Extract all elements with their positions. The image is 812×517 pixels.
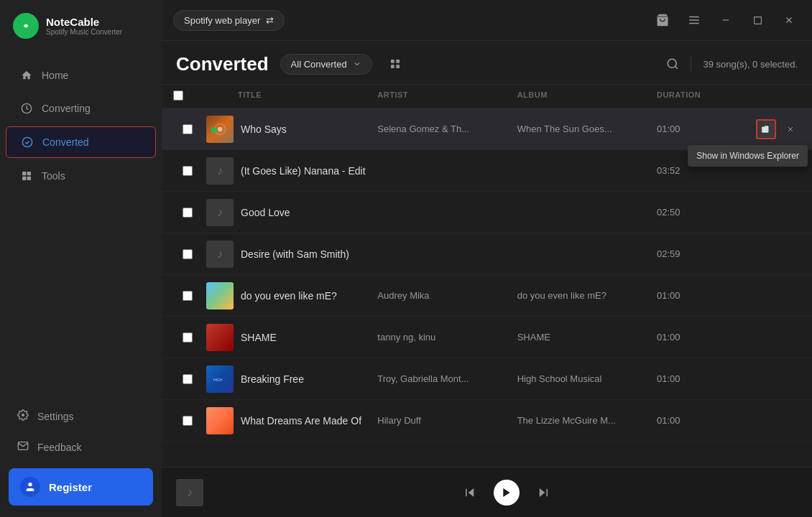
album-art-4: ♪ [206, 241, 234, 268]
settings-label: Settings [37, 411, 74, 422]
play-overlay-icon[interactable]: ▶ [211, 124, 219, 135]
row-duration-4: 02:59 [657, 248, 743, 259]
grid-view-button[interactable] [384, 52, 407, 75]
row-checkbox-6[interactable] [173, 332, 202, 343]
player-controls [215, 480, 798, 506]
tools-label: Tools [42, 170, 65, 182]
row-album-6: SHAME [517, 332, 657, 343]
next-track-button[interactable] [537, 486, 550, 499]
row-thumbnail-4: ♪ [202, 241, 238, 268]
filter-dropdown[interactable]: All Converted [280, 54, 372, 75]
header-divider [691, 57, 691, 71]
album-art-6 [206, 324, 234, 351]
row-title-4: Desire (with Sam Smith) [238, 248, 377, 260]
header-actions-col [743, 90, 801, 102]
row-artist-7: Troy, Gabriella Mont... [377, 373, 517, 384]
row-album-8: The Lizzie McGuire M... [517, 415, 657, 426]
feedback-icon [17, 440, 29, 454]
converting-icon [20, 102, 33, 115]
search-button[interactable] [666, 57, 679, 70]
feedback-label: Feedback [37, 442, 81, 453]
svg-rect-14 [754, 17, 761, 24]
switch-icon: ⇄ [266, 15, 274, 26]
converted-icon [21, 136, 34, 149]
row-thumbnail-7: HIGH [202, 365, 238, 393]
app-logo-icon [13, 13, 39, 39]
album-art-8 [206, 407, 234, 434]
close-row-button[interactable] [780, 119, 801, 139]
topbar: Spotify web player ⇄ [162, 0, 812, 41]
sidebar-item-feedback[interactable]: Feedback [9, 433, 153, 461]
row-title-7: Breaking Free [238, 373, 377, 385]
row-album-1: When The Sun Goes... [517, 124, 657, 134]
row-thumbnail-1: ▶ [202, 116, 238, 143]
svg-marker-30 [503, 488, 509, 497]
register-button[interactable]: Register [9, 468, 153, 506]
songs-table: TITLE ARTIST ALBUM DURATION ▶ Who Says [162, 85, 812, 467]
sidebar-item-converting[interactable]: Converting [6, 93, 156, 124]
header-artist-col: ARTIST [377, 90, 517, 102]
next-icon [537, 486, 550, 499]
folder-icon [761, 124, 771, 134]
table-row: SHAME tanny ng, kinu SHAME 01:00 [162, 317, 812, 358]
row-actions-1: Show in Windows Explorer [743, 119, 801, 139]
row-album-7: High School Musical [517, 373, 657, 384]
sidebar-item-converted[interactable]: Converted [6, 126, 156, 158]
svg-rect-17 [391, 60, 395, 63]
row-checkbox-8[interactable] [173, 416, 202, 426]
converted-label: Converted [42, 136, 89, 148]
sidebar-item-settings[interactable]: Settings [9, 402, 153, 430]
sidebar-item-tools[interactable]: Tools [6, 161, 156, 191]
row-thumbnail-6 [202, 324, 238, 351]
close-button[interactable] [778, 9, 801, 32]
svg-marker-31 [539, 488, 545, 497]
chevron-down-icon [353, 60, 361, 68]
row-checkbox-4[interactable] [173, 249, 202, 259]
maximize-button[interactable] [746, 9, 769, 32]
row-duration-6: 01:00 [657, 332, 743, 343]
row-title-2: (It Goes Like) Nanana - Edit [238, 165, 377, 177]
cart-icon-button[interactable] [651, 9, 674, 32]
main-content: Spotify web player ⇄ [162, 0, 812, 517]
table-row: HIGH Breaking Free Troy, Gabriella Mont.… [162, 358, 812, 400]
row-checkbox-2[interactable] [173, 166, 202, 176]
sidebar-nav: Home Converting Converted [0, 53, 162, 391]
row-checkbox-1[interactable] [173, 124, 202, 134]
header-duration-col: DURATION [657, 90, 743, 102]
row-checkbox-3[interactable] [173, 208, 202, 218]
row-title-6: SHAME [238, 332, 377, 343]
minimize-button[interactable] [714, 9, 737, 32]
search-icon [666, 57, 679, 70]
row-title-1: Who Says [238, 124, 377, 135]
table-header-row: TITLE ARTIST ALBUM DURATION [162, 85, 812, 108]
music-note-icon: ♪ [217, 164, 223, 177]
svg-point-2 [22, 137, 32, 146]
table-row: ▶ Who Says Selena Gomez & Th... When The… [162, 108, 812, 150]
row-thumbnail-8 [202, 407, 238, 434]
svg-rect-20 [396, 65, 400, 68]
prev-icon [463, 486, 476, 499]
sidebar-item-home[interactable]: Home [6, 60, 156, 90]
content-header: Converted All Converted 39 song(s), 0 se… [162, 41, 812, 85]
row-thumbnail-5 [202, 282, 238, 309]
svg-rect-5 [22, 177, 26, 180]
page-title: Converted [176, 53, 269, 75]
select-all-checkbox[interactable] [173, 90, 183, 101]
play-pause-button[interactable] [494, 480, 520, 506]
row-artist-6: tanny ng, kinu [377, 332, 517, 343]
home-label: Home [42, 70, 68, 81]
play-icon [501, 487, 512, 498]
register-label: Register [49, 481, 92, 493]
svg-rect-3 [22, 172, 26, 175]
register-avatar-icon [20, 477, 40, 497]
prev-track-button[interactable] [463, 486, 476, 499]
row-checkbox-5[interactable] [173, 291, 202, 301]
menu-icon-button[interactable] [683, 9, 706, 32]
spotify-player-button[interactable]: Spotify web player ⇄ [173, 10, 285, 31]
hsm-graphic: HIGH [213, 374, 227, 384]
topbar-actions [651, 9, 801, 32]
player-left: ♪ [176, 479, 203, 506]
player-thumbnail: ♪ [176, 479, 203, 506]
show-in-explorer-button[interactable] [756, 119, 776, 139]
row-checkbox-7[interactable] [173, 374, 202, 384]
